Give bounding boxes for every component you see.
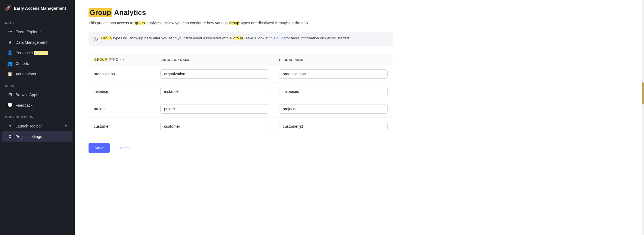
- singular-name-cell-organization: [155, 65, 274, 83]
- sidebar-label-launch-toolbar: Launch Toolbar: [15, 124, 42, 128]
- desc-highlight-2: group: [229, 21, 240, 25]
- sidebar-label-feedback: Feedback: [15, 103, 32, 108]
- app-title: Early Access Management: [14, 6, 66, 11]
- sidebar-item-launch-toolbar[interactable]: ✦ Launch Toolbar ▼: [2, 121, 72, 131]
- table-header: GROUP TYPE ⓘ SINGULAR NAME PLURAL NAME: [89, 54, 393, 65]
- save-button[interactable]: Save: [89, 143, 110, 153]
- sidebar-item-annotations[interactable]: 📋 Annotations: [2, 69, 72, 79]
- form-actions: Save Cancel: [89, 143, 393, 153]
- desc-highlight-1: group: [134, 21, 146, 25]
- sidebar-label-data-management: Data Management: [15, 40, 47, 45]
- singular-name-cell-project: [155, 100, 274, 118]
- radio-icon: 〜: [7, 29, 13, 35]
- singular-name-cell-customer: [155, 118, 274, 135]
- sidebar-label-event-explorer: Event Explorer: [15, 30, 41, 34]
- info-highlight-group2: group: [233, 36, 244, 40]
- section-label-data: DATA: [0, 16, 75, 26]
- plural-input-customer[interactable]: [279, 122, 388, 131]
- info-box-text: Group types will show up here after you …: [101, 35, 350, 41]
- group-type-cell-instance: instance: [89, 83, 156, 100]
- group-type-header: GROUP TYPE ⓘ: [89, 54, 156, 65]
- group-type-value-project: project: [94, 107, 105, 111]
- group-type-cell-organization: organization: [89, 65, 156, 83]
- chevron-down-icon: ▼: [64, 124, 67, 128]
- sidebar-section-data: DATA 〜 Event Explorer 🖥 Data Management …: [0, 16, 75, 79]
- singular-name-cell-instance: [155, 83, 274, 100]
- page-title-highlight: Group: [89, 8, 112, 17]
- plural-name-cell-instance: [274, 83, 393, 100]
- sidebar-label-persons-groups: Persons & Groups: [15, 51, 48, 55]
- singular-input-project[interactable]: [160, 104, 269, 114]
- person-icon: 👤: [7, 50, 13, 55]
- sidebar-label-annotations: Annotations: [15, 72, 36, 76]
- annotations-icon: 📋: [7, 71, 13, 76]
- sidebar-label-project-settings: Project settings: [15, 134, 42, 139]
- table-row: project: [89, 100, 393, 118]
- group-type-label: GROUP TYPE: [94, 58, 118, 61]
- plural-name-header: PLURAL NAME: [274, 54, 393, 65]
- group-analytics-table: GROUP TYPE ⓘ SINGULAR NAME PLURAL NAME o…: [89, 54, 393, 135]
- table-body: organization instance: [89, 65, 393, 135]
- this-guide-link[interactable]: this guide: [269, 36, 285, 40]
- sidebar-section-configuration: CONFIGURATION ✦ Launch Toolbar ▼ ⚙ Proje…: [0, 111, 75, 142]
- plural-name-cell-project: [274, 100, 393, 118]
- info-circle-icon: ⓘ: [94, 36, 98, 42]
- sidebar-item-data-management[interactable]: 🖥 Data Management: [2, 37, 72, 47]
- table-row: organization: [89, 65, 393, 83]
- sidebar-label-browse-apps: Browse Apps: [15, 93, 38, 97]
- grid-icon: ⊞: [7, 92, 13, 97]
- sidebar-item-persons-groups[interactable]: 👤 Persons & Groups: [2, 48, 72, 58]
- plural-name-cell-organization: [274, 65, 393, 83]
- sidebar-label-cohorts: Cohorts: [15, 61, 29, 66]
- rocket-icon: 🚀: [5, 5, 11, 11]
- sidebar-item-project-settings[interactable]: ⚙ Project settings: [2, 131, 72, 142]
- group-type-value-organization: organization: [94, 72, 115, 76]
- group-type-value-instance: instance: [94, 89, 108, 94]
- singular-name-header: SINGULAR NAME: [155, 54, 274, 65]
- page-description: This project has access to group analyti…: [89, 20, 393, 26]
- group-type-cell-customer: customer: [89, 118, 156, 135]
- page-title: Group Analytics: [89, 8, 393, 17]
- monitor-icon: 🖥: [7, 40, 13, 45]
- main-content-area: Group Analytics This project has access …: [75, 0, 644, 235]
- section-label-configuration: CONFIGURATION: [0, 111, 75, 121]
- feedback-icon: 💬: [7, 103, 13, 108]
- page-title-suffix: Analytics: [112, 8, 146, 17]
- sidebar-item-browse-apps[interactable]: ⊞ Browse Apps: [2, 90, 72, 100]
- sidebar: 🚀 Early Access Management DATA 〜 Event E…: [0, 0, 75, 235]
- plural-name-cell-customer: [274, 118, 393, 135]
- plural-input-organization[interactable]: [279, 69, 388, 79]
- plural-input-instance[interactable]: [279, 87, 388, 96]
- info-highlight-group: Group: [101, 36, 112, 40]
- settings-icon: ⚙: [7, 134, 13, 139]
- table-row: customer: [89, 118, 393, 135]
- group-type-info-icon[interactable]: ⓘ: [120, 58, 124, 61]
- scrollbar-track: [642, 0, 644, 235]
- info-box: ⓘ Group types will show up here after yo…: [89, 32, 393, 46]
- singular-input-customer[interactable]: [160, 122, 269, 131]
- plural-input-project[interactable]: [279, 104, 388, 114]
- sidebar-item-cohorts[interactable]: 👥 Cohorts: [2, 58, 72, 68]
- scrollbar-thumb[interactable]: [642, 82, 644, 104]
- section-label-apps: APPS: [0, 79, 75, 89]
- cohorts-icon: 👥: [7, 61, 13, 66]
- singular-input-organization[interactable]: [160, 69, 269, 79]
- sidebar-item-event-explorer[interactable]: 〜 Event Explorer: [2, 26, 72, 37]
- group-type-value-customer: customer: [94, 124, 110, 129]
- app-title-container: 🚀 Early Access Management: [0, 0, 75, 16]
- group-type-cell-project: project: [89, 100, 156, 118]
- singular-input-instance[interactable]: [160, 87, 269, 96]
- launch-toolbar-icon: ✦: [7, 123, 13, 129]
- cancel-button[interactable]: Cancel: [113, 143, 134, 153]
- sidebar-item-feedback[interactable]: 💬 Feedback: [2, 100, 72, 110]
- table-row: instance: [89, 83, 393, 100]
- sidebar-section-apps: APPS ⊞ Browse Apps 💬 Feedback: [0, 79, 75, 111]
